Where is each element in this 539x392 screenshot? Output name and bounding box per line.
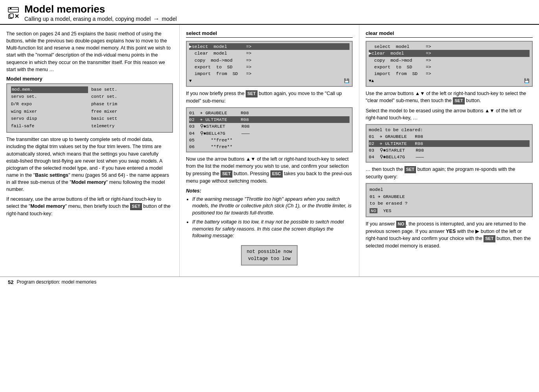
- footer-text: Program description: model memories: [17, 279, 96, 285]
- mm-row2-col1: servo set.: [11, 93, 88, 101]
- model-memory-screen: mod.mem. base sett. servo set. contr set…: [6, 83, 173, 133]
- clear-model-02: 02 ✈ ULTIMATE R08: [369, 140, 530, 147]
- page-title: Model memories: [24, 3, 177, 15]
- note-1: If the warning message "Throttle too hig…: [192, 196, 353, 217]
- clear-header: model to be cleared:: [369, 126, 530, 133]
- yes-text: YES: [446, 229, 456, 234]
- note-2: If the battery voltage is too low, it ma…: [192, 219, 353, 240]
- no-badge: NO: [396, 221, 406, 228]
- yes-label: YES: [383, 208, 392, 213]
- model-row-03: 03 ⚲✱STARLET R08: [189, 123, 350, 130]
- mm-row6-col2: telemetry: [91, 123, 168, 130]
- mm-row4-col2: free mixer: [91, 108, 168, 115]
- col3-para4: If you answer NO, the process is interru…: [366, 220, 533, 249]
- model-row-04: 04 ⚲✱BELL47G ———: [189, 130, 350, 137]
- clear-row4: export to SD =>: [369, 64, 530, 70]
- clear-row3: copy mod–>mod =>: [369, 57, 530, 64]
- model-row-06: 06 **free**: [189, 143, 350, 150]
- set-badge-1: SET: [130, 203, 142, 210]
- column-3: clear model select model => ▶clear model…: [359, 25, 539, 277]
- clear-model-03: 03 ⚲✱STARLET R08: [369, 147, 530, 154]
- warning-line2: voltage too low: [247, 255, 292, 262]
- svg-rect-2: [10, 8, 11, 9]
- svg-rect-4: [10, 14, 13, 18]
- col3-para3: … then touch the SET button again; the p…: [366, 166, 533, 180]
- set-badge-3: SET: [221, 170, 232, 178]
- svg-rect-0: [8, 7, 18, 12]
- page-number: 52: [8, 279, 13, 285]
- erase-line1: model: [370, 186, 529, 193]
- clear-row5: import from SD =>: [369, 70, 530, 77]
- warning-line1: not possible now: [247, 248, 292, 255]
- mm-row1-col2: base sett.: [91, 86, 168, 93]
- mm-row6-col1: fail-safe: [11, 123, 88, 130]
- model-row-05: 05 **free**: [189, 137, 350, 143]
- clear-footer: ▼▲ 💾: [369, 78, 530, 84]
- set-badge-6: SET: [484, 235, 495, 242]
- screen1-row4: export to SD =>: [189, 64, 350, 70]
- model-memories-icon: [8, 7, 19, 13]
- col1-para2: The transmitter can store up to twenty c…: [6, 136, 173, 193]
- call-up-model-screen: 01 ✈ GRAUBELE R08 02 ✈ ULTIMATE R08 03 ⚲…: [186, 107, 353, 153]
- erase-confirm-screen: model 01 ✈ GRAUBELE to be erased ? NO YE…: [366, 183, 533, 217]
- set-badge-2: SET: [246, 90, 257, 97]
- screen1-footer: ▼ 💾: [189, 78, 350, 84]
- col1-para3: If necessary, use the arrow buttons of t…: [6, 196, 173, 217]
- col2-heading: select model: [186, 30, 353, 38]
- model-memory-heading: Model memory: [6, 76, 173, 82]
- mm-row5-col1: servo disp: [11, 115, 88, 123]
- mm-row3-col1: D/R expo: [11, 101, 88, 108]
- cross-icon: [15, 14, 19, 18]
- screen1-row2: clear model =>: [189, 50, 350, 57]
- mm-row4-col1: wing mixer: [11, 108, 88, 115]
- erase-line3: to be erased ?: [370, 200, 529, 207]
- warning-screen: not possible now voltage too low: [241, 245, 297, 266]
- copy-icon: [8, 13, 14, 19]
- mm-row3-col2: phase trim: [91, 101, 168, 108]
- col3-para1: Use the arrow buttons ▲▼ of the left or …: [366, 90, 533, 104]
- footer: 52 Program description: model memories: [0, 277, 539, 288]
- model-row-02: 02 ✈ ULTIMATE R08: [189, 116, 350, 123]
- erase-line2: 01 ✈ GRAUBELE: [370, 193, 529, 200]
- screen1-row3: copy mod–>mod =>: [189, 57, 350, 64]
- clear-model-screen: select model => ▶clear model => copy mod…: [366, 41, 533, 87]
- model-to-clear-screen: model to be cleared: 01 ✈ GRAUBELE R08 0…: [366, 124, 533, 163]
- floppy-icon: 💾: [344, 78, 350, 84]
- notes-heading: Notes:: [186, 187, 353, 194]
- mm-row2-col2: contr set.: [91, 93, 168, 101]
- warning-container: not possible now voltage too low: [186, 242, 353, 269]
- page-subtitle: Calling up a model, erasing a model, cop…: [24, 15, 177, 22]
- col2-para1: If you now briefly press the SET button …: [186, 90, 353, 104]
- mm-row1-col1: mod.mem.: [11, 86, 88, 93]
- col3-para2: Select the model to be erased using the …: [366, 107, 533, 121]
- col2-para2: Now use the arrow buttons ▲▼ of the left…: [186, 156, 353, 184]
- clear-model-01: 01 ✈ GRAUBELE R08: [369, 133, 530, 140]
- clear-model-04: 04 ⚲✱BELL47G ———: [369, 154, 530, 160]
- set-badge-4: SET: [453, 97, 464, 104]
- header: Model memories Calling up a model, erasi…: [0, 0, 539, 25]
- model-row-01: 01 ✈ GRAUBELE R08: [189, 110, 350, 116]
- main-content: The section on pages 24 and 25 explains …: [0, 25, 539, 277]
- notes-list: If the warning message "Throttle too hig…: [186, 196, 353, 240]
- screen1-row5: import from SD =>: [189, 70, 350, 77]
- screen1-row1: ▶select model =>: [189, 43, 350, 50]
- erase-buttons: NO YES: [370, 207, 529, 214]
- no-button: NO: [370, 208, 377, 213]
- column-1: The section on pages 24 and 25 explains …: [0, 25, 180, 277]
- header-icons: [8, 7, 19, 19]
- esc-badge: ESC: [270, 170, 283, 178]
- column-2: select model ▶select model => clear mode…: [180, 25, 359, 277]
- mm-row5-col2: basic sett: [91, 115, 168, 123]
- clear-row2: ▶clear model =>: [369, 50, 530, 57]
- clear-row1: select model =>: [369, 43, 530, 50]
- col3-heading: clear model: [366, 30, 533, 38]
- floppy-icon-2: 💾: [524, 78, 530, 84]
- select-model-screen: ▶select model => clear model => copy mod…: [186, 41, 353, 87]
- set-badge-5: SET: [405, 166, 416, 173]
- col1-intro: The section on pages 24 and 25 explains …: [6, 30, 173, 73]
